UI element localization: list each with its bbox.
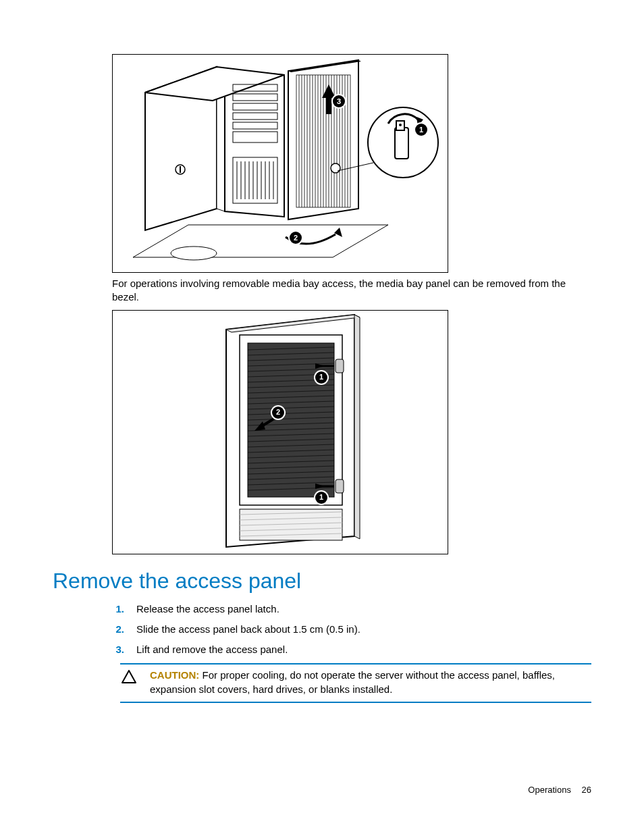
callout-fig2-2: 2 <box>272 407 284 419</box>
svg-rect-95 <box>336 359 344 373</box>
svg-point-25 <box>171 246 217 260</box>
step-1: 1. Release the access panel latch. <box>112 602 591 616</box>
caution-icon <box>120 669 138 696</box>
caution-block: CAUTION: For proper cooling, do not oper… <box>120 663 591 703</box>
figure-media-bay-svg <box>113 311 448 554</box>
callout-2: 2 <box>290 232 302 244</box>
step-number: 2. <box>112 623 124 636</box>
footer-section: Operations <box>528 785 571 795</box>
caution-label: CAUTION: <box>150 669 199 681</box>
caution-body: For proper cooling, do not operate the s… <box>150 669 555 694</box>
section-heading: Remove the access panel <box>53 567 591 596</box>
svg-marker-59 <box>354 315 360 539</box>
step-text: Lift and remove the access panel. <box>136 643 288 656</box>
svg-rect-52 <box>395 128 408 159</box>
svg-marker-103 <box>122 671 136 683</box>
step-number: 1. <box>112 602 124 616</box>
step-3: 3. Lift and remove the access panel. <box>112 643 591 656</box>
svg-point-48 <box>331 163 340 173</box>
figure-bezel-svg <box>113 55 448 272</box>
page-footer: Operations 26 <box>528 784 591 796</box>
step-text: Slide the access panel back about 1.5 cm… <box>136 623 360 636</box>
callout-1: 1 <box>415 124 427 136</box>
media-bay-paragraph: For operations involving removable media… <box>112 277 591 305</box>
page-container: 1 2 3 For operations involving removable… <box>0 0 644 834</box>
step-text: Release the access panel latch. <box>136 602 279 616</box>
svg-point-54 <box>399 124 402 126</box>
callout-fig2-1-top: 1 <box>315 371 327 384</box>
callout-fig2-1-bottom: 1 <box>315 492 327 504</box>
caution-text: CAUTION: For proper cooling, do not oper… <box>150 669 591 696</box>
svg-marker-49 <box>334 228 342 237</box>
footer-page-number: 26 <box>582 785 591 795</box>
step-number: 3. <box>112 643 124 656</box>
svg-rect-96 <box>336 479 344 493</box>
figure-bezel-removal: 1 2 3 <box>112 54 448 273</box>
callout-3: 3 <box>333 95 345 107</box>
figure-media-bay-panel: 1 2 1 <box>112 310 448 554</box>
step-2: 2. Slide the access panel back about 1.5… <box>112 623 591 636</box>
steps-list: 1. Release the access panel latch. 2. Sl… <box>112 602 591 657</box>
